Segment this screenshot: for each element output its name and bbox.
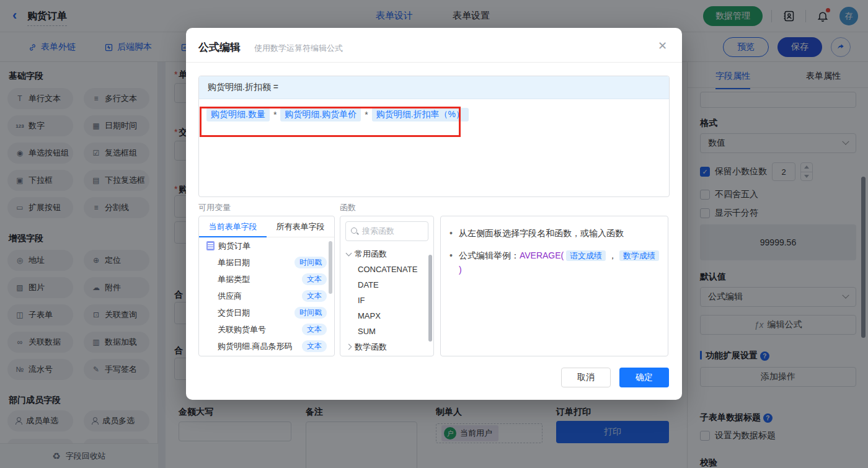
variable-row[interactable]: 供应商文本	[199, 288, 334, 304]
type-badge: 时间戳	[294, 257, 327, 268]
function-group-common[interactable]: 常用函数	[340, 246, 433, 262]
function-name-example: AVERAGE(	[520, 250, 564, 260]
variable-row[interactable]: 关联购货单号文本	[199, 321, 334, 338]
divider	[186, 62, 682, 63]
variable-row[interactable]: 单据类型文本	[199, 271, 334, 288]
formula-token[interactable]: 购货明细.购货单价	[280, 108, 361, 121]
function-item[interactable]: SUM	[340, 324, 433, 339]
function-item[interactable]: MAPX	[340, 308, 433, 324]
function-search-input[interactable]: 搜索函数	[345, 221, 428, 241]
function-item[interactable]: IF	[340, 293, 433, 308]
close-icon[interactable]: ✕	[658, 39, 667, 53]
chevron-right-icon	[346, 344, 352, 350]
formula-expression[interactable]: 购货明细.数量 * 购货明细.购货单价 * 购货明细.折扣率（%）	[199, 99, 669, 130]
function-group-text[interactable]: 文本函数	[340, 355, 433, 356]
tab-current-form-fields[interactable]: 当前表单字段	[199, 216, 267, 237]
example-token: 数学成绩	[619, 250, 659, 261]
document-icon	[206, 241, 215, 250]
search-placeholder: 搜索函数	[362, 226, 394, 237]
tab-all-form-fields[interactable]: 所有表单字段	[267, 216, 334, 237]
variable-row[interactable]: 购货明细.商品条形码文本	[199, 338, 334, 355]
search-icon	[351, 227, 358, 235]
tree-root-form[interactable]: 购货订单	[199, 237, 334, 254]
scrollbar-thumb[interactable]	[329, 241, 332, 294]
hint-panel: • 从左侧面板选择字段名和函数，或输入函数 • 公式编辑举例：AVERAGE( …	[440, 216, 668, 356]
function-item[interactable]: DATE	[340, 277, 433, 293]
operator: *	[365, 110, 368, 120]
functions-section-label: 函数	[340, 202, 356, 213]
app-window: ‹ 购货订单 表单设计 表单设置 数据管理 存	[0, 0, 868, 468]
modal-subtitle: 使用数学运算符编辑公式	[254, 43, 343, 54]
variable-row[interactable]: 单据日期时间戳	[199, 254, 334, 271]
cancel-button[interactable]: 取消	[561, 368, 611, 387]
function-group-math[interactable]: 数学函数	[340, 339, 433, 355]
variables-panel: 当前表单字段 所有表单字段 购货订单 单据日期时间戳 单据类型文本 供应商文本 …	[198, 216, 335, 356]
type-badge: 文本	[302, 340, 327, 352]
confirm-button[interactable]: 确定	[619, 368, 669, 387]
formula-target: 购货明细.折扣额 =	[199, 76, 669, 99]
bullet: •	[450, 226, 453, 240]
variable-row[interactable]: 交货日期时间戳	[199, 304, 334, 321]
functions-panel: 搜索函数 常用函数 CONCATENATE DATE IF MAPX SUM 数…	[340, 216, 434, 356]
hint-line-2: • 公式编辑举例：AVERAGE( 语文成绩 ， 数学成绩 )	[450, 249, 659, 276]
hint-line-1: • 从左侧面板选择字段名和函数，或输入函数	[450, 226, 659, 240]
formula-editor[interactable]: 购货明细.折扣额 = 购货明细.数量 * 购货明细.购货单价 * 购货明细.折扣…	[198, 76, 670, 197]
operator: *	[273, 110, 277, 120]
variables-tabs: 当前表单字段 所有表单字段	[199, 216, 334, 237]
type-badge: 文本	[302, 324, 327, 335]
formula-token[interactable]: 购货明细.折扣率（%）	[372, 108, 469, 121]
example-token: 语文成绩	[566, 250, 606, 261]
scrollbar-thumb[interactable]	[428, 255, 432, 342]
function-name-example: )	[459, 265, 462, 275]
chevron-down-icon	[346, 250, 352, 256]
modal-title: 公式编辑	[198, 40, 241, 55]
formula-edit-modal: 公式编辑 使用数学运算符编辑公式 ✕ 购货明细.折扣额 = 购货明细.数量 * …	[186, 28, 682, 400]
formula-token[interactable]: 购货明细.数量	[206, 108, 270, 121]
variables-section-label: 可用变量	[198, 202, 231, 213]
function-item[interactable]: CONCATENATE	[340, 262, 433, 277]
type-badge: 文本	[302, 290, 327, 302]
bullet: •	[450, 249, 453, 262]
type-badge: 时间戳	[294, 307, 327, 319]
type-badge: 文本	[302, 273, 327, 285]
